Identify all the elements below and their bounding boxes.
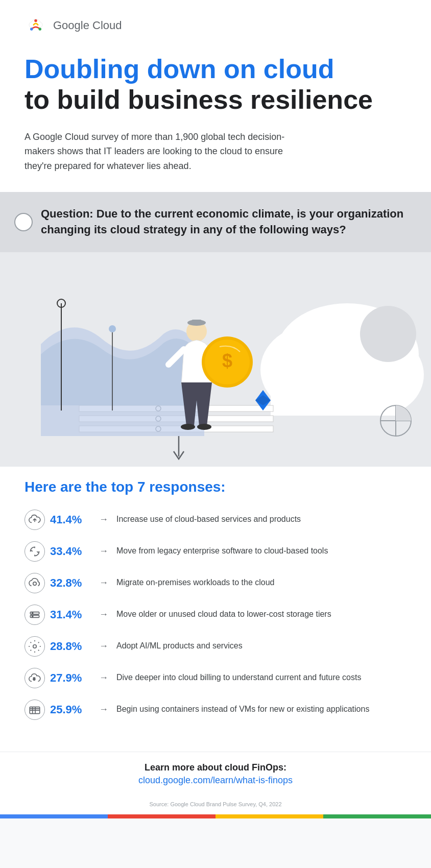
source-text: Source: Google Cloud Brand Pulse Survey,… [0, 796, 431, 814]
learn-more-label: Learn more about cloud FinOps: [25, 762, 406, 773]
hero-description: A Google Cloud survey of more than 1,900… [25, 130, 310, 174]
color-bar-yellow [216, 814, 323, 818]
response-text: Begin using containers instead of VMs fo… [116, 704, 369, 715]
illustration-area: $ [0, 252, 431, 467]
response-percent: 27.9% [50, 671, 91, 685]
google-cloud-logo: Google Cloud [25, 14, 122, 37]
svg-point-36 [33, 644, 37, 648]
learn-more-link[interactable]: cloud.google.com/learn/what-is-finops [138, 775, 293, 785]
google-cloud-logo-icon [25, 14, 47, 37]
svg-point-22 [181, 424, 195, 430]
response-arrow-icon: → [99, 546, 108, 557]
response-percent: 33.4% [50, 545, 91, 558]
svg-point-1 [39, 28, 42, 31]
svg-point-34 [32, 612, 33, 613]
response-percent: 25.9% [50, 703, 91, 716]
learn-more-section: Learn more about cloud FinOps: cloud.goo… [0, 752, 431, 796]
hero-section: Doubling down on cloud to build business… [0, 49, 431, 192]
response-list: 41.4% → Increase use of cloud-based serv… [25, 510, 406, 720]
response-icon-cloud-settings [25, 573, 45, 593]
response-item: $ 27.9% → Dive deeper into cloud billing… [25, 668, 406, 688]
svg-point-31 [33, 582, 37, 585]
response-text: Migrate on-premises workloads to the clo… [116, 577, 274, 588]
svg-rect-7 [271, 370, 398, 416]
response-item: 41.4% → Increase use of cloud-based serv… [25, 510, 406, 530]
svg-point-18 [109, 325, 116, 332]
hero-title-blue: Doubling down on cloud [25, 54, 406, 85]
response-icon-refresh-cloud [25, 541, 45, 562]
responses-title: Here are the top 7 responses: [25, 479, 406, 495]
header: Google Cloud [0, 0, 431, 49]
response-text: Move from legacy enterprise software to … [116, 545, 328, 557]
svg-point-8 [360, 306, 416, 362]
response-text: Increase use of cloud-based services and… [116, 514, 301, 525]
svg-text:$: $ [33, 677, 36, 681]
response-item: 33.4% → Move from legacy enterprise soft… [25, 541, 406, 562]
response-arrow-icon: → [99, 641, 108, 652]
response-arrow-icon: → [99, 672, 108, 683]
response-text: Move older or unused cloud data to lower… [116, 609, 331, 620]
svg-rect-21 [191, 320, 202, 325]
response-icon-storage [25, 605, 45, 625]
question-section: Question: Due to the current economic cl… [0, 192, 431, 467]
question-text: Question: Due to the current economic cl… [41, 206, 406, 238]
svg-point-2 [34, 19, 37, 22]
illustration-svg: $ [0, 252, 431, 467]
response-icon-cloud-dollar: $ [25, 668, 45, 688]
response-text: Dive deeper into cloud billing to unders… [116, 672, 361, 683]
response-item: 28.8% → Adopt AI/ML products and service… [25, 636, 406, 657]
response-percent: 41.4% [50, 513, 91, 526]
svg-text:$: $ [222, 350, 232, 371]
svg-point-0 [30, 28, 33, 31]
response-percent: 28.8% [50, 640, 91, 653]
question-circle-icon [14, 213, 33, 231]
response-item: 32.8% → Migrate on-premises workloads to… [25, 573, 406, 593]
responses-section: Here are the top 7 responses: 41.4% → In… [0, 467, 431, 752]
color-bar-blue [0, 814, 108, 818]
svg-point-23 [197, 424, 211, 430]
logo-text: Google Cloud [53, 19, 122, 32]
response-icon-cloud-up [25, 510, 45, 530]
question-banner: Question: Due to the current economic cl… [0, 192, 431, 252]
response-text: Adopt AI/ML products and services [116, 640, 243, 652]
response-arrow-icon: → [99, 514, 108, 525]
response-arrow-icon: → [99, 609, 108, 620]
response-item: 25.9% → Begin using containers instead o… [25, 700, 406, 720]
response-icon-gear [25, 636, 45, 657]
response-percent: 31.4% [50, 608, 91, 621]
response-arrow-icon: → [99, 704, 108, 715]
google-color-bar [0, 814, 431, 818]
svg-point-35 [32, 616, 33, 617]
page-wrapper: Google Cloud Doubling down on cloud to b… [0, 0, 431, 818]
response-percent: 32.8% [50, 576, 91, 590]
color-bar-green [323, 814, 431, 818]
response-icon-container [25, 700, 45, 720]
color-bar-red [108, 814, 216, 818]
hero-title-dark: to build business resilience [25, 85, 406, 115]
response-arrow-icon: → [99, 577, 108, 588]
response-item: 31.4% → Move older or unused cloud data … [25, 605, 406, 625]
